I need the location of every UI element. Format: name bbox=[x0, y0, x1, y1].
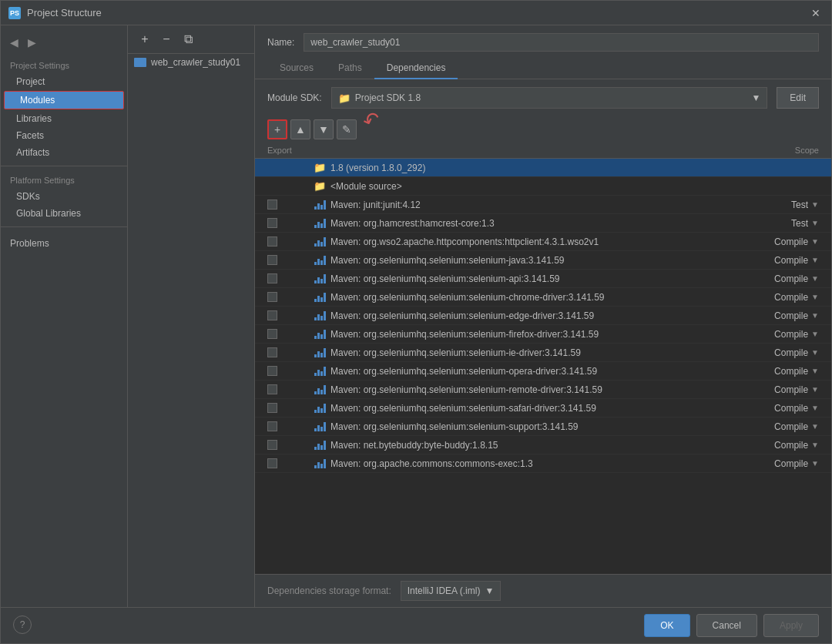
dep-row-11[interactable]: Maven: org.seleniumhq.selenium:selenium-… bbox=[255, 362, 831, 381]
platform-settings-header: Platform Settings bbox=[1, 171, 127, 188]
scope-dropdown-11[interactable]: ▼ bbox=[811, 367, 819, 375]
scope-dropdown-9[interactable]: ▼ bbox=[811, 330, 819, 338]
add-dependency-button[interactable]: + bbox=[267, 119, 287, 139]
checkbox-14[interactable] bbox=[267, 421, 277, 431]
dep-row-15[interactable]: Maven: net.bytebuddy:byte-buddy:1.8.15Co… bbox=[255, 436, 831, 454]
scope-dropdown-8[interactable]: ▼ bbox=[811, 311, 819, 320]
sidebar-item-artifacts[interactable]: Artifacts bbox=[1, 144, 127, 161]
dep-name-text-2: Maven: junit:junit:4.12 bbox=[330, 200, 421, 210]
edit-sdk-button[interactable]: Edit bbox=[777, 87, 819, 109]
dep-name-text-14: Maven: org.seleniumhq.selenium:selenium-… bbox=[330, 421, 579, 432]
dep-row-0[interactable]: 📁1.8 (version 1.8.0_292) bbox=[255, 159, 831, 177]
ok-button[interactable]: OK bbox=[644, 614, 689, 637]
dep-row-12[interactable]: Maven: org.seleniumhq.selenium:selenium-… bbox=[255, 381, 831, 399]
checkbox-5[interactable] bbox=[267, 255, 277, 265]
cancel-button[interactable]: Cancel bbox=[696, 614, 757, 637]
dep-row-7[interactable]: Maven: org.seleniumhq.selenium:selenium-… bbox=[255, 288, 831, 307]
sidebar-item-sdks[interactable]: SDKs bbox=[1, 188, 127, 205]
maven-icon-3 bbox=[314, 218, 326, 229]
checkbox-4[interactable] bbox=[267, 236, 277, 247]
sdk-select[interactable]: 📁 Project SDK 1.8 ▼ bbox=[331, 87, 768, 109]
help-button[interactable]: ? bbox=[13, 615, 32, 634]
checkbox-16[interactable] bbox=[267, 458, 277, 468]
checkbox-7[interactable] bbox=[267, 292, 277, 302]
dep-checkbox-6 bbox=[267, 273, 314, 283]
scope-dropdown-3[interactable]: ▼ bbox=[811, 219, 819, 227]
scope-dropdown-14[interactable]: ▼ bbox=[811, 422, 819, 431]
checkbox-6[interactable] bbox=[267, 273, 277, 283]
dep-checkbox-4 bbox=[267, 236, 314, 247]
dep-row-10[interactable]: Maven: org.seleniumhq.selenium:selenium-… bbox=[255, 344, 831, 362]
checkbox-2[interactable] bbox=[267, 200, 277, 210]
dep-row-6[interactable]: Maven: org.seleniumhq.selenium:selenium-… bbox=[255, 270, 831, 288]
sidebar-item-problems[interactable]: Problems bbox=[1, 232, 127, 255]
dep-name-cell-13: Maven: org.seleniumhq.selenium:selenium-… bbox=[314, 403, 742, 414]
scope-dropdown-2[interactable]: ▼ bbox=[811, 200, 819, 209]
copy-module-button[interactable]: ⧉ bbox=[179, 30, 197, 49]
dep-row-3[interactable]: Maven: org.hamcrest:hamcrest-core:1.3Tes… bbox=[255, 214, 831, 233]
sidebar-item-libraries[interactable]: Libraries bbox=[1, 110, 127, 127]
dep-row-2[interactable]: Maven: junit:junit:4.12Test▼ bbox=[255, 196, 831, 214]
checkbox-9[interactable] bbox=[267, 329, 277, 339]
maven-icon-4 bbox=[314, 236, 326, 247]
dep-scope-cell-9: Compile▼ bbox=[742, 329, 819, 340]
dep-row-9[interactable]: Maven: org.seleniumhq.selenium:selenium-… bbox=[255, 325, 831, 344]
dep-scope-text-15: Compile bbox=[774, 440, 808, 451]
dep-scope-text-7: Compile bbox=[774, 292, 808, 303]
move-down-button[interactable]: ▼ bbox=[314, 119, 334, 139]
sidebar-item-global-libraries[interactable]: Global Libraries bbox=[1, 205, 127, 222]
dep-checkbox-11 bbox=[267, 366, 314, 376]
dep-toolbar: + ▲ ▼ ✎ ↶ bbox=[255, 116, 831, 143]
add-module-button[interactable]: + bbox=[136, 30, 154, 49]
scope-dropdown-5[interactable]: ▼ bbox=[811, 256, 819, 264]
dep-row-8[interactable]: Maven: org.seleniumhq.selenium:selenium-… bbox=[255, 307, 831, 325]
checkbox-12[interactable] bbox=[267, 384, 277, 394]
remove-module-button[interactable]: − bbox=[157, 30, 176, 49]
sidebar-divider-2 bbox=[1, 226, 127, 227]
dep-row-4[interactable]: Maven: org.wso2.apache.httpcomponents:ht… bbox=[255, 233, 831, 251]
checkbox-3[interactable] bbox=[267, 218, 277, 228]
scope-dropdown-4[interactable]: ▼ bbox=[811, 237, 819, 246]
tab-paths[interactable]: Paths bbox=[326, 58, 374, 79]
dep-name-text-9: Maven: org.seleniumhq.selenium:selenium-… bbox=[330, 329, 599, 340]
checkbox-15[interactable] bbox=[267, 440, 277, 450]
tab-dependencies[interactable]: Dependencies bbox=[374, 58, 458, 79]
dep-row-14[interactable]: Maven: org.seleniumhq.selenium:selenium-… bbox=[255, 418, 831, 436]
scope-dropdown-12[interactable]: ▼ bbox=[811, 385, 819, 394]
edit-dependency-button[interactable]: ✎ bbox=[337, 119, 357, 139]
sidebar-item-modules[interactable]: Modules bbox=[4, 91, 124, 109]
close-button[interactable]: ✕ bbox=[808, 5, 824, 21]
checkbox-10[interactable] bbox=[267, 347, 277, 357]
sidebar-item-project[interactable]: Project bbox=[1, 73, 127, 90]
dep-row-16[interactable]: Maven: org.apache.commons:commons-exec:1… bbox=[255, 454, 831, 473]
dep-name-text-16: Maven: org.apache.commons:commons-exec:1… bbox=[330, 458, 533, 469]
checkbox-11[interactable] bbox=[267, 366, 277, 376]
dep-name-text-11: Maven: org.seleniumhq.selenium:selenium-… bbox=[330, 366, 597, 377]
dep-row-1[interactable]: 📁<Module source> bbox=[255, 177, 831, 196]
move-up-button[interactable]: ▲ bbox=[290, 119, 310, 139]
checkbox-13[interactable] bbox=[267, 403, 277, 413]
scope-dropdown-6[interactable]: ▼ bbox=[811, 274, 819, 283]
sidebar-item-facets[interactable]: Facets bbox=[1, 127, 127, 144]
tab-sources[interactable]: Sources bbox=[267, 58, 326, 79]
dep-name-text-5: Maven: org.seleniumhq.selenium:selenium-… bbox=[330, 255, 565, 266]
dep-row-13[interactable]: Maven: org.seleniumhq.selenium:selenium-… bbox=[255, 399, 831, 418]
checkbox-8[interactable] bbox=[267, 310, 277, 320]
storage-select[interactable]: IntelliJ IDEA (.iml) ▼ bbox=[401, 581, 502, 601]
scope-dropdown-13[interactable]: ▼ bbox=[811, 404, 819, 412]
dep-row-5[interactable]: Maven: org.seleniumhq.selenium:selenium-… bbox=[255, 251, 831, 270]
back-button[interactable]: ◀ bbox=[7, 35, 22, 50]
scope-dropdown-15[interactable]: ▼ bbox=[811, 441, 819, 449]
module-item-web-crawler[interactable]: web_crawler_study01 bbox=[128, 54, 254, 71]
scope-dropdown-10[interactable]: ▼ bbox=[811, 348, 819, 357]
apply-button[interactable]: Apply bbox=[763, 614, 819, 637]
dep-checkbox-2 bbox=[267, 200, 314, 210]
module-name-input[interactable] bbox=[304, 33, 819, 52]
dep-scope-text-11: Compile bbox=[774, 366, 808, 377]
forward-button[interactable]: ▶ bbox=[25, 35, 39, 50]
dep-name-text-12: Maven: org.seleniumhq.selenium:selenium-… bbox=[330, 384, 602, 395]
maven-bars bbox=[314, 256, 326, 265]
scope-dropdown-7[interactable]: ▼ bbox=[811, 293, 819, 301]
storage-dropdown-arrow: ▼ bbox=[485, 585, 494, 596]
scope-dropdown-16[interactable]: ▼ bbox=[811, 459, 819, 468]
